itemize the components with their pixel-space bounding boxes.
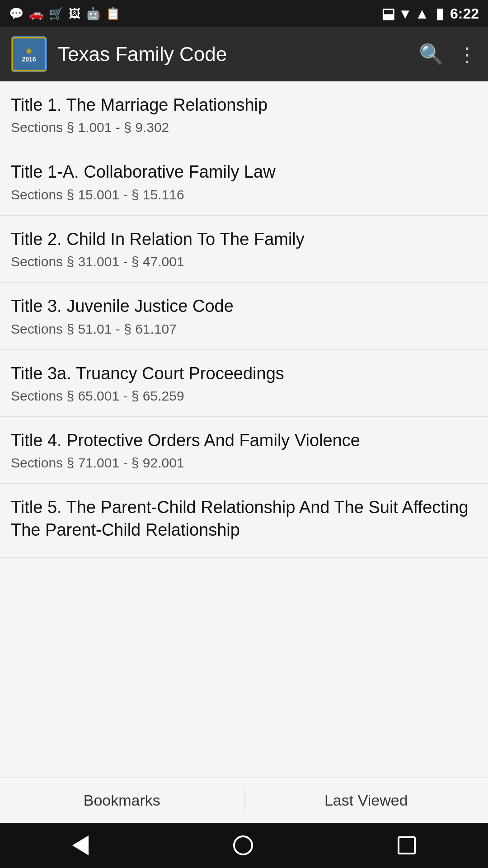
item-title: Title 2. Child In Relation To The Family [11,228,477,250]
item-sections: Sections § 31.001 - § 47.001 [11,254,477,269]
item-title: Title 3. Juvenile Justice Code [11,295,477,317]
status-icons: 💬 🚗 🛒 🖼 🤖 📋 [9,7,120,21]
recents-icon [398,836,416,854]
lyft-icon: 🚗 [29,7,43,21]
amazon-icon: 🛒 [49,7,63,21]
item-title: Title 4. Protective Orders And Family Vi… [11,429,477,452]
list-item[interactable]: Title 3. Juvenile Justice Code Sections … [0,283,488,349]
item-sections: Sections § 1.001 - § 9.302 [11,120,477,135]
back-icon [72,835,89,855]
status-right-icons: ⬓ ▾ ▲ ▮ 6:22 [381,5,479,22]
app-logo: ★ 2016 [11,36,47,72]
list-item[interactable]: Title 2. Child In Relation To The Family… [0,216,488,283]
item-sections: Sections § 71.001 - § 92.001 [11,455,477,471]
android-icon: 🤖 [86,7,100,21]
logo-star: ★ [24,46,33,56]
item-sections: Sections § 15.001 - § 15.116 [11,187,477,203]
home-button[interactable] [233,835,253,855]
list-item[interactable]: Title 5. The Parent-Child Relationship A… [0,484,488,558]
item-title: Title 3a. Truancy Court Proceedings [11,363,477,385]
list-item[interactable]: Title 1-A. Collaborative Family Law Sect… [0,148,488,215]
more-options-icon[interactable]: ⋮ [457,43,477,66]
last-viewed-tab[interactable]: Last Viewed [244,778,488,823]
search-icon[interactable]: 🔍 [419,42,444,66]
nav-bar [0,823,488,868]
battery-icon: ▮ [436,5,444,22]
app-title: Texas Family Code [58,43,408,66]
back-button[interactable] [72,835,89,855]
item-sections: Sections § 65.001 - § 65.259 [11,388,477,404]
time-display: 6:22 [450,5,479,22]
item-title: Title 5. The Parent-Child Relationship A… [11,496,477,541]
item-title: Title 1. The Marriage Relationship [11,94,477,116]
list-item[interactable]: Title 3a. Truancy Court Proceedings Sect… [0,350,488,417]
chat-icon: 💬 [9,7,23,21]
signal-icon: ▲ [415,5,429,22]
clipboard-icon: 📋 [106,7,120,21]
app-bar-actions: 🔍 ⋮ [419,42,477,66]
app-bar: ★ 2016 Texas Family Code 🔍 ⋮ [0,27,488,81]
bluetooth-icon: ⬓ [381,5,395,22]
item-sections: Sections § 51.01 - § 61.107 [11,321,477,337]
bottom-tabs: Bookmarks Last Viewed [0,778,488,823]
wifi-icon: ▾ [401,5,408,22]
titles-list: Title 1. The Marriage Relationship Secti… [0,81,488,778]
status-bar: 💬 🚗 🛒 🖼 🤖 📋 ⬓ ▾ ▲ ▮ 6:22 [0,0,488,27]
list-item[interactable]: Title 4. Protective Orders And Family Vi… [0,417,488,484]
bookmarks-tab[interactable]: Bookmarks [0,778,244,823]
recents-button[interactable] [398,836,416,854]
item-title: Title 1-A. Collaborative Family Law [11,161,477,183]
image-icon: 🖼 [69,7,80,21]
list-item[interactable]: Title 1. The Marriage Relationship Secti… [0,81,488,148]
home-icon [233,835,253,855]
logo-inner: ★ 2016 [12,37,46,71]
